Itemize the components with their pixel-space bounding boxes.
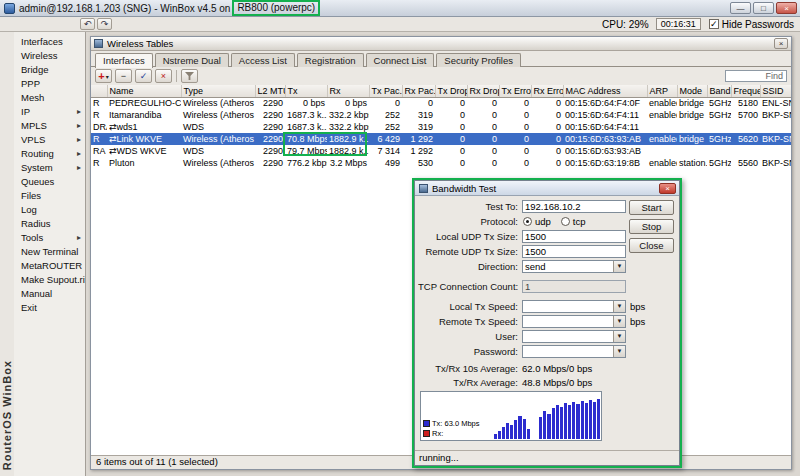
column-header-band[interactable]: Band — [707, 85, 731, 97]
table-row-wds-wkve[interactable]: RA⇄WDS WKVEWDS229079.7 Mbps1882.9 k...7 … — [91, 145, 791, 157]
column-header-ssid[interactable]: SSID — [760, 85, 791, 97]
workspace: Wireless Tables × InterfacesNstreme Dual… — [86, 32, 800, 476]
sidebar-item-manual[interactable]: Manual — [14, 286, 85, 300]
sidebar-item-exit[interactable]: Exit — [14, 300, 85, 314]
column-header-rx-drops[interactable]: Rx Drops — [467, 85, 499, 97]
sidebar-item-interfaces[interactable]: Interfaces — [14, 34, 85, 48]
tab-registration[interactable]: Registration — [297, 53, 364, 67]
cell-l2mtu: 2290 — [255, 121, 285, 133]
sidebar-item-tools[interactable]: Tools▸ — [14, 230, 85, 244]
tx-bar — [593, 402, 596, 439]
password-label: Password: — [418, 346, 522, 357]
routerboard-model-annotation: RB800 (powerpc) — [232, 0, 320, 16]
remote-tx-speed-select[interactable]: ▼ — [522, 315, 626, 328]
maximize-button[interactable]: □ — [753, 2, 774, 14]
table-row-link-wkve[interactable]: R⇄Link WKVEWireless (Atheros AR5...22907… — [91, 133, 791, 145]
column-header-mode[interactable]: Mode — [677, 85, 707, 97]
direction-select[interactable]: send ▼ — [522, 260, 626, 273]
minimize-button[interactable]: — — [730, 2, 751, 14]
enable-button[interactable]: ✓ — [135, 69, 152, 83]
local-udp-tx-size-input[interactable]: 1500 — [522, 230, 626, 243]
column-header-flags[interactable] — [91, 85, 107, 97]
sidebar-item-bridge[interactable]: Bridge — [14, 62, 85, 76]
table-row-pluton[interactable]: RPlutonWireless (Atheros AR5...2290776.2… — [91, 157, 791, 169]
sidebar-item-new-terminal[interactable]: New Terminal — [14, 244, 85, 258]
column-header-l2-mtu[interactable]: L2 MTU — [255, 85, 285, 97]
table-row-itamarandiba[interactable]: RItamarandibaWireless (Atheros AR5...229… — [91, 109, 791, 121]
sidebar-item-queues[interactable]: Queues — [14, 174, 85, 188]
column-header-name[interactable]: Name — [107, 85, 181, 97]
column-header-arp[interactable]: ARP — [647, 85, 677, 97]
undo-button[interactable]: ↶ — [80, 18, 95, 30]
table-row-pedregulho-caca[interactable]: RPEDREGULHO-CACA...Wireless (Atheros AR5… — [91, 97, 791, 109]
sidebar-item-make-supout-rif[interactable]: Make Supout.rif — [14, 272, 85, 286]
cell-type: Wireless (Atheros AR5... — [181, 109, 255, 121]
sidebar-item-mesh[interactable]: Mesh — [14, 90, 85, 104]
chart-bars — [476, 392, 601, 440]
tab-connect-list[interactable]: Connect List — [366, 53, 435, 67]
column-header-tx-drops[interactable]: Tx Drops — [435, 85, 467, 97]
remove-button[interactable]: − — [115, 69, 132, 83]
minus-icon: − — [121, 71, 126, 81]
sidebar-item-log[interactable]: Log — [14, 202, 85, 216]
tx-bar — [539, 417, 542, 439]
dialog-close-button[interactable]: × — [659, 183, 676, 194]
toolbar: +▾ − ✓ × Find — [91, 67, 791, 85]
dialog-title: Bandwidth Test — [432, 183, 496, 194]
sidebar-item-routing[interactable]: Routing▸ — [14, 146, 85, 160]
window-close-button[interactable]: × — [774, 38, 788, 49]
sidebar-item-mpls[interactable]: MPLS▸ — [14, 118, 85, 132]
stop-button[interactable]: Stop — [629, 219, 674, 234]
dialog-titlebar[interactable]: Bandwidth Test × — [415, 181, 679, 196]
local-tx-speed-select[interactable]: ▼ — [522, 300, 626, 313]
tab-security-profiles[interactable]: Security Profiles — [436, 53, 521, 67]
tcp-connection-count-input: 1 — [522, 280, 626, 293]
cell-l2mtu: 2290 — [255, 109, 285, 121]
test-to-input[interactable]: 192.168.10.2 — [522, 200, 626, 213]
user-select[interactable]: ▼ — [522, 330, 626, 343]
protocol-tcp-radio[interactable] — [561, 217, 570, 226]
cell-mac: 00:15:6D:64:F4:0F — [563, 97, 647, 109]
redo-button[interactable]: ↷ — [97, 18, 112, 30]
column-header-tx-pac[interactable]: Tx Pac... — [369, 85, 402, 97]
tab-nstreme-dual[interactable]: Nstreme Dual — [155, 53, 229, 67]
column-header-tx[interactable]: Tx — [285, 85, 327, 97]
sidebar-item-metarouter[interactable]: MetaROUTER — [14, 258, 85, 272]
table-row-wds1[interactable]: DRA⇄wds1WDS22901687.3 k...332.2 kbps2523… — [91, 121, 791, 133]
column-header-frequen[interactable]: Frequen... — [731, 85, 760, 97]
sidebar-item-ip[interactable]: IP▸ — [14, 104, 85, 118]
column-header-type[interactable]: Type — [181, 85, 255, 97]
bandwidth-test-dialog: Bandwidth Test × Start Stop Close Test T… — [414, 180, 680, 466]
cell-tx_packet: 7 314 — [369, 145, 402, 157]
column-header-rx-errors[interactable]: Rx Errors — [531, 85, 563, 97]
add-button[interactable]: +▾ — [95, 69, 112, 83]
find-input[interactable]: Find — [725, 70, 787, 82]
close-button[interactable]: × — [776, 2, 797, 14]
disable-button[interactable]: × — [155, 69, 172, 83]
protocol-udp-radio[interactable] — [523, 217, 532, 226]
cell-mac: 00:15:6D:63:93:AB — [563, 133, 647, 145]
wireless-tables-titlebar[interactable]: Wireless Tables × — [91, 37, 791, 51]
sidebar-item-radius[interactable]: Radius — [14, 216, 85, 230]
tx-bar — [527, 429, 530, 439]
column-header-tx-errors[interactable]: Tx Errors — [499, 85, 531, 97]
close-dialog-button[interactable]: Close — [629, 238, 674, 253]
sidebar-item-vpls[interactable]: VPLS▸ — [14, 132, 85, 146]
tx-bar — [572, 402, 575, 439]
sidebar-item-wireless[interactable]: Wireless — [14, 48, 85, 62]
sidebar-item-files[interactable]: Files — [14, 188, 85, 202]
sidebar-item-ppp[interactable]: PPP — [14, 76, 85, 90]
sidebar-item-system[interactable]: System▸ — [14, 160, 85, 174]
app-title-text: admin@192.168.1.203 (SNG) - WinBox v4.5 … — [19, 3, 230, 14]
column-header-rx[interactable]: Rx — [327, 85, 369, 97]
column-header-rx-pac[interactable]: Rx Pac... — [402, 85, 435, 97]
remote-udp-tx-size-input[interactable]: 1500 — [522, 245, 626, 258]
hide-passwords-checkbox[interactable]: ✓ — [709, 19, 719, 29]
password-select[interactable]: ▼ — [522, 345, 626, 358]
column-header-mac-address[interactable]: MAC Address — [563, 85, 647, 97]
filter-button[interactable] — [181, 69, 198, 83]
tab-interfaces[interactable]: Interfaces — [95, 53, 153, 68]
start-button[interactable]: Start — [629, 200, 674, 215]
sidebar-item-label: Radius — [21, 218, 51, 229]
tab-access-list[interactable]: Access List — [231, 53, 295, 67]
